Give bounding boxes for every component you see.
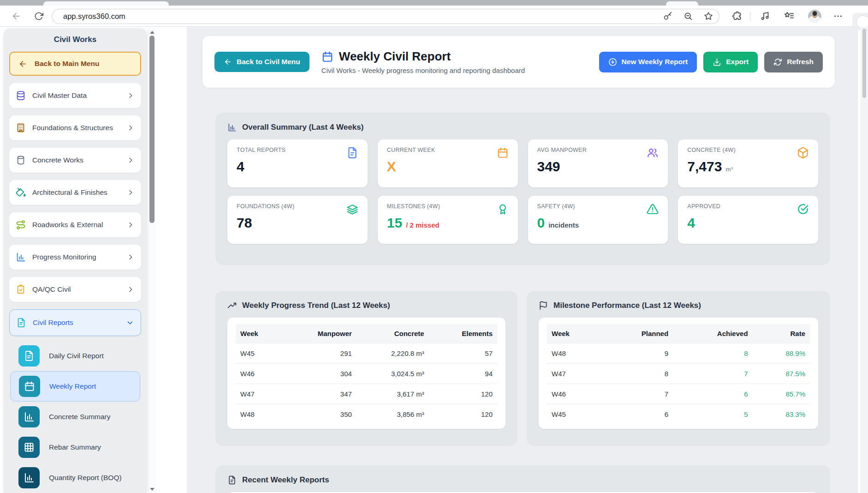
back-to-main-menu-label: Back to Main Menu — [35, 60, 99, 68]
table-cell: 5 — [673, 404, 752, 425]
refresh-label: Refresh — [787, 58, 814, 66]
collections-icon[interactable] — [784, 11, 794, 21]
alert-triangle-icon — [647, 203, 659, 215]
sidebar-item-label: Civil Reports — [33, 319, 126, 327]
profile-avatar[interactable] — [808, 10, 821, 23]
sidebar-subitem-daily-civil-report[interactable]: Daily Civil Report — [10, 341, 140, 371]
table-cell: W47 — [236, 384, 282, 404]
sidebar-item-label: Roadworks & External — [32, 221, 126, 229]
favorite-star-icon[interactable] — [704, 12, 713, 21]
export-button[interactable]: Export — [703, 52, 758, 72]
stat-value: 4 — [237, 159, 244, 174]
column-header: Manpower — [282, 324, 357, 343]
sidebar-scrollbar-thumb[interactable] — [149, 36, 155, 223]
table-cell: 120 — [429, 404, 497, 425]
table-cell: 8 — [673, 343, 752, 364]
sidebar-item-architectural-finishes[interactable]: Architectural & Finishes — [9, 180, 141, 205]
sidebar-item-foundations-structures[interactable]: Foundations & Structures — [9, 115, 141, 140]
column-header: Planned — [601, 324, 673, 343]
sidebar-subitem-concrete-summary[interactable]: Concrete Summary — [10, 402, 140, 432]
stat-value: X — [387, 159, 396, 174]
route-icon — [16, 220, 26, 230]
extensions-puzzle-icon[interactable] — [732, 11, 742, 21]
table-cell: 7 — [601, 384, 673, 404]
browser-tab-strip — [0, 0, 868, 6]
zoom-out-icon[interactable] — [684, 12, 693, 21]
browser-reload-icon[interactable] — [34, 12, 43, 21]
column-header: Concrete — [357, 324, 429, 343]
stat-suffix: m³ — [725, 166, 733, 173]
back-to-main-menu-button[interactable]: Back to Main Menu — [9, 52, 141, 76]
stat-label: APPROVED — [687, 203, 809, 210]
check-circle-icon — [797, 203, 809, 215]
chevron-right-icon — [126, 124, 135, 132]
table-cell: 3,024.5 m³ — [357, 364, 429, 384]
file-text-icon — [16, 318, 26, 328]
stat-card-total-reports: TOTAL REPORTS4 — [227, 139, 368, 187]
sidebar-item-concrete-works[interactable]: Concrete Works — [9, 148, 141, 173]
sidebar-item-roadworks-external[interactable]: Roadworks & External — [9, 212, 141, 237]
stat-label: CONCRETE (4W) — [687, 147, 809, 153]
overall-summary-section: Overall Summary (Last 4 Weeks) TOTAL REP… — [215, 113, 830, 265]
sidebar-item-label: Progress Monitoring — [32, 253, 126, 261]
clipboard-check-icon — [16, 284, 26, 295]
sidebar-item-qa-qc-civil[interactable]: QA/QC Civil — [9, 277, 141, 302]
sidebar-subitem-rebar-summary[interactable]: Rebar Summary — [10, 432, 140, 463]
stat-label: SAFETY (4W) — [537, 203, 659, 210]
table-row: W463043,024.5 m³94 — [236, 364, 497, 384]
sidebar-item-civil-master-data[interactable]: Civil Master Data — [9, 83, 141, 108]
media-note-icon[interactable] — [760, 11, 770, 21]
password-key-icon[interactable] — [663, 12, 672, 21]
column-header: Achieved — [673, 324, 752, 343]
sidebar-scrollbar[interactable] — [148, 29, 155, 493]
scroll-up-arrow-icon[interactable] — [150, 31, 155, 34]
scroll-down-arrow-icon[interactable] — [150, 488, 155, 491]
box-icon — [797, 147, 809, 159]
more-dots-icon[interactable] — [833, 11, 843, 21]
table-cell: 87.5% — [753, 364, 810, 384]
sidebar-subitem-quantity-report-boq[interactable]: Quantity Report (BOQ) — [10, 463, 140, 493]
table-cell: 291 — [282, 343, 357, 364]
page-scrollbar[interactable] — [861, 27, 868, 493]
browser-back-icon[interactable] — [11, 11, 21, 21]
url-bar[interactable] — [52, 9, 719, 24]
new-weekly-report-button[interactable]: New Weekly Report — [599, 52, 697, 72]
back-to-civil-menu-label: Back to Civil Menu — [237, 58, 300, 66]
page-header-card: Back to Civil Menu Weekly Civil Report C… — [202, 36, 835, 88]
milestone-table: WeekPlannedAchievedRateW489888.9%W478787… — [547, 324, 810, 424]
table-cell: 57 — [429, 343, 497, 364]
tab-hint[interactable] — [666, 1, 698, 6]
arrow-left-icon — [224, 58, 232, 66]
milestone-performance-title: Milestone Performance (Last 12 Weeks) — [553, 301, 701, 310]
table-cell: 3,617 m³ — [357, 384, 429, 404]
active-tab[interactable] — [43, 1, 169, 6]
sidebar-item-civil-reports[interactable]: Civil Reports — [9, 309, 141, 336]
stat-suffix: / 2 missed — [406, 221, 440, 229]
page-scrollbar-thumb[interactable] — [862, 29, 866, 98]
sidebar-item-progress-monitoring[interactable]: Progress Monitoring — [9, 245, 141, 270]
stat-card-current-week: CURRENT WEEKX — [378, 139, 518, 187]
file-text-icon — [346, 147, 358, 159]
table-cell: 8 — [601, 364, 673, 384]
stat-label: MILESTONES (4W) — [387, 203, 509, 210]
overall-summary-title: Overall Summary (Last 4 Weeks) — [242, 123, 363, 132]
refresh-button[interactable]: Refresh — [764, 52, 823, 72]
url-input[interactable] — [63, 12, 664, 21]
table-row: W478787.5% — [547, 364, 810, 384]
table-row: W452912,220.8 m³57 — [236, 343, 497, 364]
file-icon — [227, 475, 237, 485]
column-header: Elements — [429, 324, 497, 343]
back-to-civil-menu-button[interactable]: Back to Civil Menu — [214, 52, 309, 72]
grid-icon — [18, 437, 40, 458]
table-cell: 3,856 m³ — [357, 404, 429, 425]
stat-value: 78 — [237, 215, 252, 231]
sidebar-subitem-weekly-report[interactable]: Weekly Report — [10, 371, 140, 402]
sidebar-subitem-label: Weekly Report — [49, 382, 96, 391]
page-title: Weekly Civil Report — [339, 49, 451, 64]
stat-card-concrete-4w: CONCRETE (4W)7,473m³ — [678, 139, 818, 187]
weekly-progress-trend-section: Weekly Progress Trend (Last 12 Weeks) We… — [215, 291, 517, 446]
sidebar-subitem-label: Quantity Report (BOQ) — [49, 474, 122, 482]
table-cell: 347 — [282, 384, 357, 404]
column-header: Week — [547, 324, 601, 343]
sidebar-title: Civil Works — [9, 35, 141, 44]
